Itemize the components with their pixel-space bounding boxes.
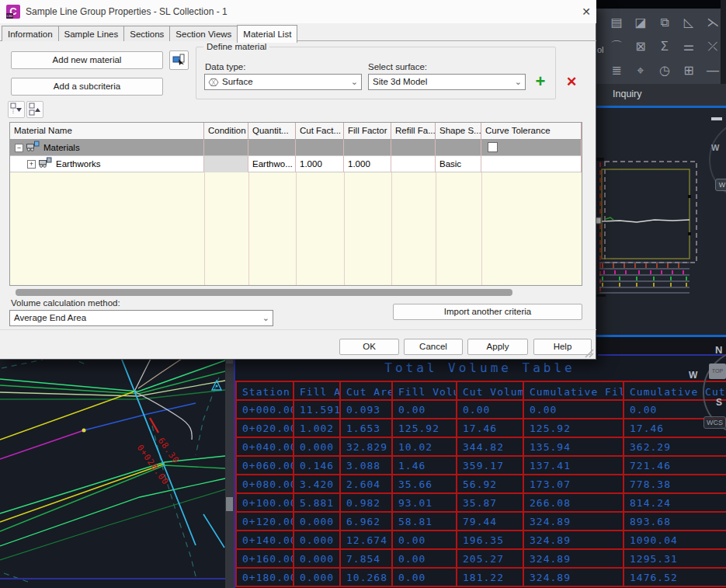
tab-sample-lines[interactable]: Sample Lines	[58, 26, 125, 41]
horizontal-scrollbar-thumb[interactable]	[16, 289, 512, 296]
vt-cell: 359.17	[457, 457, 524, 475]
plan-viewport[interactable]: 68.30 0+020.00	[0, 356, 225, 588]
cancel-button[interactable]: Cancel	[404, 339, 463, 355]
navbar-dash[interactable]	[711, 117, 722, 120]
vt-cell: 58.81	[393, 513, 457, 531]
tab-sections[interactable]: Sections	[123, 26, 170, 41]
viewcube-west-label-top[interactable]: W	[711, 143, 719, 152]
vt-cell: 893.68	[624, 513, 726, 531]
vt-cell: 0+000.00	[235, 401, 294, 419]
select-surface-select[interactable]: Site 3d Model ⌄	[368, 74, 526, 90]
column-header-curve-tolerance[interactable]: Curve Tolerance	[481, 123, 582, 140]
viewcube-north-label[interactable]: N	[715, 344, 722, 356]
cell-fill-factor[interactable]: 1.000	[344, 156, 391, 172]
vt-cell: 0.00	[524, 401, 624, 419]
vt-cell: 0.00	[457, 401, 524, 419]
arc-icon[interactable]: ⌒	[606, 37, 627, 57]
volume-method-select[interactable]: Average End Area ⌄	[9, 310, 273, 326]
cell-curve-tolerance[interactable]	[481, 156, 582, 172]
id-point-icon[interactable]: ⌖	[630, 61, 651, 81]
vt-row-0+160.00: 0+160.000.0007.8540.00205.27324.891295.3…	[235, 550, 726, 569]
grid-line	[481, 172, 482, 286]
expand-node-icon[interactable]: +	[27, 160, 36, 169]
cell-quantit[interactable]	[248, 140, 296, 156]
data-type-select[interactable]: Surface ⌄	[204, 74, 362, 90]
copy-material-icon-button[interactable]	[169, 50, 189, 70]
viewcube-west-label[interactable]: W	[689, 370, 697, 381]
collapse-node-icon[interactable]: −	[15, 144, 23, 152]
vt-row-0+060.00: 0+060.000.1463.0881.46359.17137.41721.46	[235, 457, 726, 475]
cell-refill-fa[interactable]	[391, 156, 436, 172]
calculator-icon[interactable]: ⊞	[679, 61, 699, 81]
grid-line	[296, 172, 297, 286]
viewcube-south-label[interactable]: S	[716, 397, 722, 408]
earthworks-icon	[39, 157, 52, 171]
vt-cell: 0.000	[294, 513, 341, 531]
vt-cell: 266.08	[524, 494, 624, 513]
cell-condition[interactable]	[204, 140, 248, 156]
cell-fill-factor[interactable]	[344, 140, 391, 156]
tab-information[interactable]: Information	[2, 26, 59, 41]
delete-material-button[interactable]: ✕	[562, 73, 581, 92]
column-header-condition[interactable]: Condition	[204, 123, 248, 140]
vt-cell: 1.002	[294, 419, 341, 438]
sum-icon[interactable]: Σ	[655, 37, 675, 57]
expand-all-button[interactable]	[26, 101, 43, 118]
cell-cut-fact[interactable]	[296, 140, 344, 156]
cell-cut-fact[interactable]: 1.000	[296, 156, 344, 172]
time-icon[interactable]: ◷	[655, 61, 675, 81]
inquiry-panel-label[interactable]: Inquiry	[613, 89, 642, 99]
cell-shape-s[interactable]	[436, 140, 481, 156]
slope-icon[interactable]: ◺	[679, 12, 699, 33]
curve-tolerance-checkbox[interactable]	[488, 142, 498, 152]
material-row-earthworks[interactable]: +EarthworksEarthwo...1.0001.000Basic	[10, 156, 582, 172]
bounded-area-icon[interactable]: ⊠	[630, 37, 651, 57]
vt-cell: 35.87	[457, 494, 524, 513]
area-icon[interactable]: ◪	[630, 12, 651, 33]
tab-section-views[interactable]: Section Views	[169, 26, 238, 41]
column-header-cut-fact[interactable]: Cut Fact...	[296, 123, 344, 140]
add-new-material-button[interactable]: Add new material	[11, 51, 163, 69]
collapse-all-button[interactable]	[8, 101, 25, 118]
list-icon[interactable]: ≣	[606, 61, 627, 81]
column-header-fill-factor[interactable]: Fill Factor	[344, 123, 391, 140]
cell-shape-s[interactable]: Basic	[436, 156, 481, 172]
viewcube-badge-top[interactable]: W	[715, 179, 726, 191]
cell-condition[interactable]	[204, 156, 248, 172]
add-surface-button[interactable]: +	[531, 72, 550, 92]
vt-cell: 324.89	[524, 569, 624, 587]
vt-cell: 0+160.00	[235, 550, 294, 569]
column-header-material-name[interactable]: Material Name	[10, 123, 204, 140]
volume-icon[interactable]: ⧉	[655, 12, 675, 33]
import-criteria-button[interactable]: Import another criteria	[393, 304, 582, 320]
tab-material-list[interactable]: Material List	[237, 25, 297, 43]
cell-refill-fa[interactable]	[391, 140, 436, 156]
apply-button[interactable]: Apply	[467, 339, 528, 355]
ok-button[interactable]: OK	[339, 339, 399, 355]
vt-row-0+140.00: 0+140.000.00012.6740.00196.35324.891090.…	[235, 531, 726, 550]
multiple-distance-icon[interactable]: ⚌	[679, 37, 699, 57]
viewcube-wcs-menu[interactable]: WCS	[703, 416, 726, 429]
viewcube-top-face[interactable]: TOP	[709, 364, 726, 379]
add-subcriteria-button[interactable]: Add a subcriteria	[11, 78, 163, 96]
material-row-materials[interactable]: −Materials	[10, 140, 582, 156]
column-header-quantit[interactable]: Quantit...	[248, 123, 296, 140]
cell-curve-tolerance[interactable]	[481, 140, 582, 156]
chevron-down-icon: ⌄	[351, 75, 358, 89]
distance-icon[interactable]: ▤	[606, 12, 627, 33]
define-material-groupbox	[196, 47, 556, 99]
vt-cell: 17.46	[457, 419, 524, 438]
vt-cell: 0+040.00	[235, 438, 294, 457]
vt-cell: 137.41	[524, 457, 624, 475]
cell-quantit[interactable]: Earthwo...	[248, 156, 296, 172]
column-header-shape-s[interactable]: Shape S...	[436, 123, 481, 140]
close-icon[interactable]: ✕	[579, 5, 593, 19]
column-header-refill-fa[interactable]: Refill Fa...	[391, 123, 436, 140]
vt-header-cut-area: Cut Area	[341, 381, 393, 401]
viewport-divider	[225, 356, 234, 588]
resize-grip[interactable]	[583, 348, 594, 358]
vt-cell: 205.27	[457, 550, 524, 569]
divider-scrollbar-thumb[interactable]	[226, 497, 233, 511]
dialog-titlebar[interactable]: C C3D Sample Line Group Properties - SL …	[0, 0, 596, 23]
section-viewport[interactable]: W W	[596, 108, 726, 335]
